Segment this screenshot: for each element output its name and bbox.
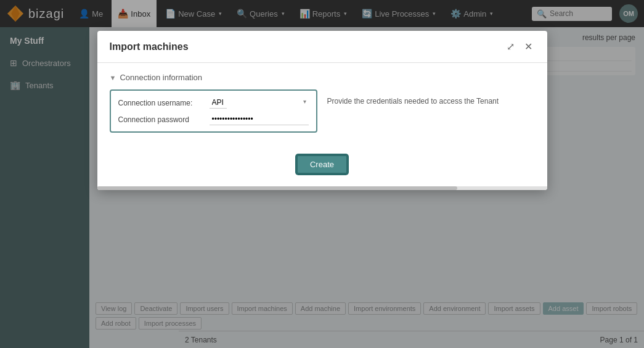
username-select-wrap: API xyxy=(210,97,309,109)
username-field: Connection username: API xyxy=(118,97,309,109)
modal-footer: Create xyxy=(97,145,547,186)
modal-scrollbar[interactable] xyxy=(97,186,547,190)
section-label: Connection information xyxy=(120,73,202,82)
password-label: Connection password xyxy=(118,115,205,124)
modal-overlay: Import machines ⤢ ✕ ▼ Connection informa… xyxy=(0,0,644,348)
modal-body: ▼ Connection information Connection user… xyxy=(97,63,547,145)
section-chevron-icon: ▼ xyxy=(110,74,116,81)
form-grid: Connection username: API Connection pass… xyxy=(110,89,535,133)
expand-button[interactable]: ⤢ xyxy=(504,39,517,54)
import-machines-modal: Import machines ⤢ ✕ ▼ Connection informa… xyxy=(97,31,547,190)
credentials-box: Connection username: API Connection pass… xyxy=(110,89,317,133)
modal-header-buttons: ⤢ ✕ xyxy=(504,39,535,54)
modal-scrollbar-thumb xyxy=(97,186,457,190)
section-header: ▼ Connection information xyxy=(110,73,535,82)
username-label: Connection username: xyxy=(118,99,205,107)
modal-header: Import machines ⤢ ✕ xyxy=(97,31,547,63)
help-text: Provide the credentials needed to access… xyxy=(327,89,535,113)
username-select[interactable]: API xyxy=(210,97,227,109)
close-button[interactable]: ✕ xyxy=(522,39,535,54)
password-field: Connection password xyxy=(118,114,309,125)
create-button[interactable]: Create xyxy=(296,155,348,174)
modal-title: Import machines xyxy=(110,41,189,52)
password-input[interactable] xyxy=(210,114,309,125)
